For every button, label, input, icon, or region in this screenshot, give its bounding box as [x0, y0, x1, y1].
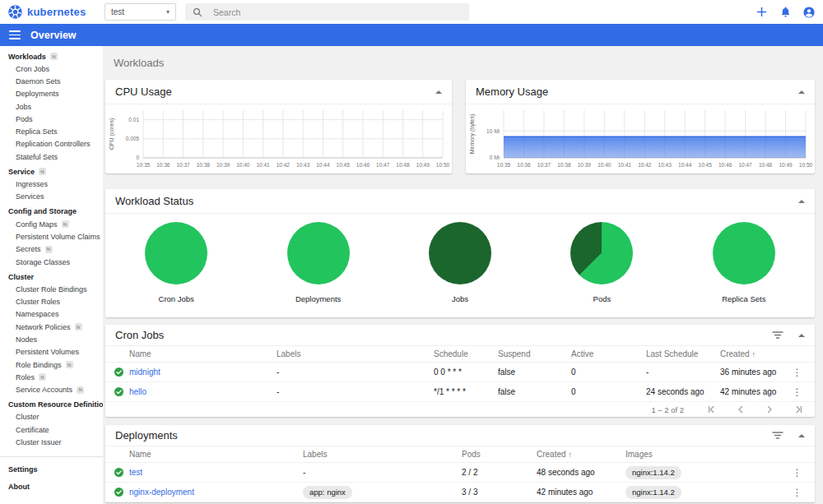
- search-bar[interactable]: [185, 3, 469, 21]
- sidebar-item-cron-jobs[interactable]: Cron Jobs: [0, 62, 103, 75]
- kubernetes-dashboard: kubernetes test ▾: [0, 0, 823, 504]
- labels-cell: -: [277, 368, 434, 377]
- workload-status-card: Workload Status Cron JobsDeploymentsJobs…: [105, 189, 815, 317]
- sidebar-item-cluster-roles[interactable]: Cluster Roles: [0, 295, 103, 307]
- filter-list-icon[interactable]: [772, 430, 783, 441]
- sidebar-item-network-policies[interactable]: Network PoliciesN: [0, 321, 103, 333]
- schedule-cell-value: 0 0 * * *: [434, 368, 462, 377]
- created-cell: 42 minutes ago: [537, 488, 625, 497]
- column-header-created[interactable]: Created↑: [720, 349, 786, 358]
- user-account-icon[interactable]: [802, 6, 816, 19]
- sidebar-item-certificate[interactable]: Certificate: [0, 423, 103, 436]
- create-resource-plus-icon[interactable]: [755, 6, 768, 19]
- collapse-card-icon[interactable]: [798, 200, 805, 203]
- svg-text:0 Mi: 0 Mi: [490, 155, 500, 160]
- usage-charts-row: CPU Usage 10:3510:3610:3710:3810:3910:40…: [105, 80, 815, 173]
- sidebar-item-label: Namespaces: [16, 310, 59, 318]
- svg-text:10:36: 10:36: [156, 162, 170, 168]
- svg-text:0: 0: [136, 155, 139, 160]
- sidebar-item-settings[interactable]: Settings: [0, 461, 103, 478]
- collapse-card-icon[interactable]: [435, 90, 442, 94]
- cronjob-link-hello[interactable]: hello: [129, 387, 146, 396]
- sidebar-item-replica-sets[interactable]: Replica Sets: [0, 125, 103, 137]
- sidebar-section-workloads[interactable]: WorkloadsN: [0, 50, 103, 62]
- sidebar-item-daemon-sets[interactable]: Daemon Sets: [0, 75, 103, 87]
- sidebar-item-namespaces[interactable]: Namespaces: [0, 308, 103, 321]
- column-header-pods[interactable]: Pods: [462, 450, 537, 459]
- previous-page-icon[interactable]: [736, 405, 746, 414]
- namespace-select[interactable]: test ▾: [105, 3, 176, 21]
- deployments-table: NameLabelsPodsCreated↑Imagestest-2 / 248…: [105, 446, 815, 502]
- card-title: Deployments: [115, 429, 178, 442]
- filter-list-icon[interactable]: [772, 330, 783, 340]
- sidebar-item-service-accounts[interactable]: Service AccountsN: [0, 384, 103, 396]
- row-actions-kebab-icon[interactable]: ⋮: [792, 487, 803, 498]
- sidebar-section-custom-resource-definitions[interactable]: Custom Resource Definitions: [0, 399, 103, 411]
- last-page-icon[interactable]: [793, 405, 803, 414]
- sidebar-item-replication-controllers[interactable]: Replication Controllers: [0, 138, 103, 150]
- column-header-active[interactable]: Active: [571, 349, 646, 358]
- sidebar-item-nodes[interactable]: Nodes: [0, 333, 103, 345]
- sidebar-item-storage-classes[interactable]: Storage Classes: [0, 256, 103, 268]
- column-header-last-schedule[interactable]: Last Schedule: [646, 349, 720, 358]
- column-header-labels[interactable]: Labels: [277, 349, 434, 358]
- svg-text:10:43: 10:43: [658, 162, 672, 168]
- svg-text:10 Mi: 10 Mi: [486, 128, 500, 134]
- cron-jobs-card: Cron Jobs NameLabelsScheduleSuspendActiv…: [105, 325, 815, 417]
- cpu-usage-chart: 10:3510:3610:3710:3810:3910:4010:4110:42…: [105, 104, 452, 173]
- kubernetes-wheel-icon: [8, 5, 22, 19]
- column-header-labels[interactable]: Labels: [303, 450, 462, 459]
- column-header-suspend[interactable]: Suspend: [498, 349, 571, 358]
- sidebar-item-persistent-volume-claims[interactable]: Persistent Volume ClaimsN: [0, 230, 103, 243]
- sidebar-item-cluster-issuer[interactable]: Cluster Issuer: [0, 436, 103, 448]
- deployment-link-nginx-deployment[interactable]: nginx-deployment: [129, 488, 194, 497]
- status-ok-icon: [114, 468, 123, 477]
- sidebar-item-services[interactable]: Services: [0, 191, 103, 203]
- column-header-schedule[interactable]: Schedule: [434, 349, 498, 358]
- card-title: Workload Status: [115, 195, 193, 207]
- column-header-name[interactable]: Name: [129, 349, 277, 358]
- sidebar-item-deployments[interactable]: Deployments: [0, 88, 103, 100]
- card-title: Cron Jobs: [115, 329, 164, 341]
- kubernetes-logo[interactable]: kubernetes: [8, 0, 86, 24]
- sidebar-section-cluster[interactable]: Cluster: [0, 270, 103, 283]
- collapse-card-icon[interactable]: [798, 434, 805, 437]
- sidebar-item-role-bindings[interactable]: Role BindingsN: [0, 358, 103, 371]
- first-page-icon[interactable]: [707, 405, 717, 414]
- sidebar-item-roles[interactable]: RolesN: [0, 371, 103, 383]
- row-actions-kebab-icon[interactable]: ⋮: [792, 386, 803, 398]
- sidebar-item-cluster-role-bindings[interactable]: Cluster Role Bindings: [0, 283, 103, 295]
- labels-cell: -: [303, 468, 462, 477]
- collapse-card-icon[interactable]: [798, 334, 805, 337]
- collapse-card-icon[interactable]: [798, 90, 805, 94]
- notifications-bell-icon[interactable]: [779, 6, 792, 19]
- column-header-images[interactable]: Images: [625, 450, 786, 459]
- cronjob-link-midnight[interactable]: midnight: [129, 368, 160, 377]
- pie-label: Deployments: [295, 294, 341, 303]
- labels-value: -: [303, 468, 305, 477]
- sidebar-section-config-and-storage[interactable]: Config and Storage: [0, 206, 103, 218]
- sidebar-item-pods[interactable]: Pods: [0, 113, 103, 125]
- svg-text:10:40: 10:40: [236, 162, 250, 168]
- hamburger-menu-icon[interactable]: [9, 30, 21, 39]
- sidebar-item-persistent-volumes[interactable]: Persistent Volumes: [0, 346, 103, 358]
- svg-text:CPU (cores): CPU (cores): [109, 118, 115, 150]
- column-header-created[interactable]: Created↑: [537, 450, 625, 459]
- sidebar-section-service[interactable]: ServiceN: [0, 165, 103, 178]
- sidebar-item-ingresses[interactable]: Ingresses: [0, 178, 103, 190]
- sidebar-section-label: Workloads: [8, 53, 46, 61]
- column-header-label: Labels: [277, 349, 300, 358]
- deployment-link-test[interactable]: test: [129, 468, 142, 477]
- column-header-name[interactable]: Name: [129, 450, 303, 459]
- next-page-icon[interactable]: [765, 405, 774, 414]
- svg-text:10:49: 10:49: [416, 162, 430, 168]
- sidebar-item-secrets[interactable]: SecretsN: [0, 243, 103, 256]
- sidebar-item-about[interactable]: About: [0, 479, 103, 495]
- search-input[interactable]: [213, 7, 462, 17]
- sidebar-item-stateful-sets[interactable]: Stateful Sets: [0, 150, 103, 163]
- row-actions-kebab-icon[interactable]: ⋮: [792, 367, 803, 378]
- row-actions-kebab-icon[interactable]: ⋮: [792, 467, 803, 479]
- sidebar-item-jobs[interactable]: Jobs: [0, 100, 103, 113]
- sidebar-item-cluster[interactable]: Cluster: [0, 411, 103, 423]
- sidebar-item-config-maps[interactable]: Config MapsN: [0, 218, 103, 230]
